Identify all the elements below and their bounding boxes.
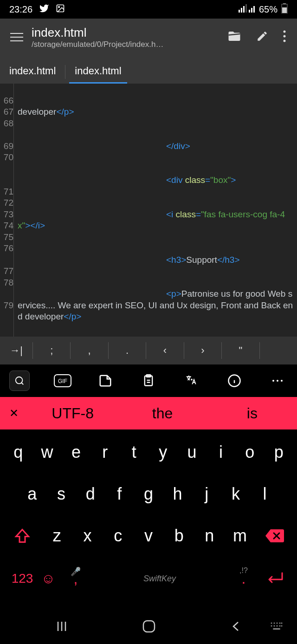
more-dots-icon[interactable] bbox=[267, 371, 288, 391]
period-symbol[interactable]: . bbox=[108, 342, 146, 359]
image-icon bbox=[56, 4, 65, 15]
emoji-key[interactable]: ☺ bbox=[37, 571, 59, 586]
svg-point-34 bbox=[281, 625, 283, 627]
status-time: 23:26 bbox=[9, 4, 32, 15]
key-n[interactable]: n bbox=[197, 520, 222, 551]
svg-point-15 bbox=[16, 377, 23, 384]
svg-rect-7 bbox=[251, 8, 252, 13]
svg-rect-35 bbox=[273, 628, 280, 630]
key-p[interactable]: p bbox=[266, 437, 291, 468]
key-y[interactable]: y bbox=[150, 437, 175, 468]
key-h[interactable]: h bbox=[165, 479, 190, 509]
quote-symbol[interactable]: " bbox=[221, 342, 259, 359]
svg-rect-11 bbox=[282, 7, 287, 13]
suggestion-1[interactable]: UTF-8 bbox=[28, 405, 117, 422]
enter-key[interactable] bbox=[260, 571, 290, 586]
keyboard-toggle-button[interactable] bbox=[270, 622, 283, 633]
suggestion-2[interactable]: the bbox=[117, 405, 207, 422]
svg-point-26 bbox=[274, 623, 275, 624]
key-b[interactable]: b bbox=[167, 520, 192, 551]
info-icon[interactable] bbox=[224, 371, 245, 391]
key-m[interactable]: m bbox=[227, 520, 252, 551]
file-path: /storage/emulated/0/Project/index.h… bbox=[32, 40, 227, 49]
menu-icon[interactable] bbox=[6, 26, 28, 48]
folder-icon[interactable] bbox=[227, 29, 241, 45]
semicolon-symbol[interactable]: ; bbox=[32, 342, 70, 359]
key-v[interactable]: v bbox=[136, 520, 161, 551]
svg-rect-3 bbox=[241, 8, 242, 13]
key-x[interactable]: x bbox=[75, 520, 100, 551]
suggestion-3[interactable]: is bbox=[207, 405, 297, 422]
svg-point-31 bbox=[277, 625, 278, 627]
back-button[interactable] bbox=[230, 620, 242, 634]
tab-bar: index.html index.html bbox=[0, 56, 297, 84]
period-key[interactable]: ,!? . bbox=[227, 570, 260, 587]
key-u[interactable]: u bbox=[180, 437, 205, 468]
twitter-icon bbox=[39, 3, 49, 16]
status-bar: 23:26 65% bbox=[0, 0, 297, 19]
symbol-bar: →| ; , . ‹ › " bbox=[0, 337, 297, 364]
search-icon[interactable] bbox=[9, 371, 30, 391]
key-r[interactable]: r bbox=[92, 437, 117, 468]
key-z[interactable]: z bbox=[45, 520, 70, 551]
code-editor[interactable]: 6667686970717273747576777879 developer</… bbox=[0, 84, 297, 337]
edit-icon[interactable] bbox=[256, 30, 268, 44]
nav-bar bbox=[0, 611, 297, 644]
tab-2[interactable]: index.html bbox=[65, 65, 130, 84]
key-q[interactable]: q bbox=[6, 437, 31, 468]
suggestion-bar: ✕ UTF-8 the is bbox=[0, 397, 297, 429]
key-e[interactable]: e bbox=[64, 437, 89, 468]
sticker-icon[interactable] bbox=[95, 371, 116, 391]
svg-point-25 bbox=[271, 623, 272, 624]
svg-text:GIF: GIF bbox=[58, 378, 67, 384]
numeric-key[interactable]: 123 bbox=[7, 571, 37, 586]
comma-key[interactable]: 🎤 , bbox=[59, 570, 92, 587]
space-key[interactable]: SwiftKey bbox=[92, 574, 227, 584]
tab-1[interactable]: index.html bbox=[0, 65, 65, 84]
close-suggestion-icon[interactable]: ✕ bbox=[0, 407, 28, 420]
key-c[interactable]: c bbox=[105, 520, 130, 551]
svg-point-29 bbox=[271, 625, 272, 627]
home-button[interactable] bbox=[142, 619, 156, 635]
translate-icon[interactable] bbox=[181, 371, 202, 391]
key-w[interactable]: w bbox=[35, 437, 60, 468]
svg-point-12 bbox=[284, 31, 286, 33]
clipboard-icon[interactable] bbox=[138, 371, 159, 391]
key-s[interactable]: s bbox=[49, 479, 74, 509]
key-f[interactable]: f bbox=[107, 479, 132, 509]
svg-point-21 bbox=[272, 380, 274, 382]
right-angle-symbol[interactable]: › bbox=[184, 342, 221, 359]
backspace-key[interactable] bbox=[260, 520, 290, 551]
mic-icon: 🎤 bbox=[59, 566, 92, 577]
keyboard: q w e r t y u i o p a s d f g h j k l z … bbox=[0, 429, 297, 611]
svg-point-32 bbox=[279, 625, 281, 627]
keyboard-toolbar: GIF bbox=[0, 364, 297, 397]
key-o[interactable]: o bbox=[237, 437, 262, 468]
key-g[interactable]: g bbox=[136, 479, 161, 509]
svg-point-14 bbox=[284, 40, 286, 42]
code-content[interactable]: developer</p> </div> <div class="box"> <… bbox=[14, 84, 297, 337]
comma-symbol[interactable]: , bbox=[70, 342, 108, 359]
left-angle-symbol[interactable]: ‹ bbox=[146, 342, 183, 359]
battery-icon bbox=[281, 3, 288, 16]
key-d[interactable]: d bbox=[78, 479, 103, 509]
shift-key[interactable] bbox=[7, 520, 37, 551]
key-j[interactable]: j bbox=[194, 479, 219, 509]
svg-point-13 bbox=[284, 35, 286, 38]
key-l[interactable]: l bbox=[252, 479, 278, 509]
more-icon[interactable] bbox=[283, 30, 286, 44]
recents-button[interactable] bbox=[55, 620, 68, 635]
key-t[interactable]: t bbox=[122, 437, 147, 468]
svg-point-33 bbox=[281, 623, 283, 624]
svg-rect-24 bbox=[143, 621, 155, 632]
tab-symbol[interactable]: →| bbox=[0, 342, 32, 359]
key-i[interactable]: i bbox=[208, 437, 233, 468]
svg-point-28 bbox=[279, 623, 281, 624]
svg-rect-8 bbox=[253, 6, 255, 13]
key-a[interactable]: a bbox=[19, 479, 45, 509]
svg-point-23 bbox=[281, 380, 283, 382]
empty-symbol[interactable] bbox=[259, 342, 297, 359]
key-k[interactable]: k bbox=[223, 479, 248, 509]
svg-rect-5 bbox=[245, 4, 247, 13]
gif-icon[interactable]: GIF bbox=[52, 371, 73, 391]
